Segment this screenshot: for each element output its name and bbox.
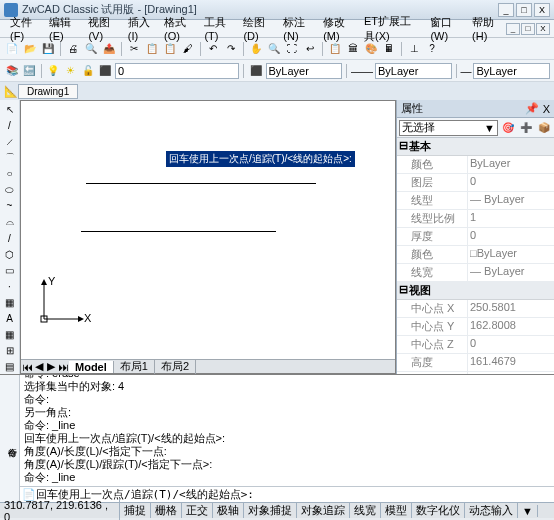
prop-value[interactable]: □ByLayer	[467, 246, 554, 263]
tool-rect[interactable]: ▭	[2, 263, 18, 278]
pickadd-button[interactable]: ➕	[518, 120, 534, 136]
tool-polygon[interactable]: ⬡	[2, 247, 18, 262]
matchprop-button[interactable]: 🖌	[180, 41, 196, 57]
props-button[interactable]: 📋	[327, 41, 343, 57]
menu-window[interactable]: 窗口(W)	[424, 13, 466, 44]
dim-button[interactable]: ⊥	[406, 41, 422, 57]
help-button[interactable]: ?	[424, 41, 440, 57]
status-ortho[interactable]: 正交	[182, 503, 213, 518]
prop-row[interactable]: 颜色ByLayer	[397, 156, 554, 174]
tool-text[interactable]: A	[2, 311, 18, 326]
layer-freeze-icon[interactable]: ☀	[63, 63, 78, 79]
menu-edit[interactable]: 编辑(E)	[43, 13, 82, 44]
layer-lock-icon[interactable]: 🔓	[80, 63, 95, 79]
pan-button[interactable]: ✋	[248, 41, 264, 57]
status-tablet[interactable]: 数字化仪	[412, 503, 465, 518]
status-model[interactable]: 模型	[381, 503, 412, 518]
tab-layout1[interactable]: 布局1	[114, 359, 155, 374]
expand-icon[interactable]: ⊟	[399, 139, 409, 154]
mdi-min-button[interactable]: _	[506, 23, 520, 35]
tool-earc[interactable]: ⌓	[2, 214, 18, 229]
prop-row[interactable]: 线宽— ByLayer	[397, 264, 554, 282]
calc-button[interactable]: 🖩	[381, 41, 397, 57]
selection-combobox[interactable]: 无选择▼	[399, 120, 498, 136]
document-tab[interactable]: Drawing1	[18, 84, 78, 99]
tab-nav-next[interactable]: ▶	[45, 360, 57, 373]
layer-on-icon[interactable]: 💡	[46, 63, 61, 79]
mdi-close-button[interactable]: X	[536, 23, 550, 35]
zoom-button[interactable]: 🔍	[266, 41, 282, 57]
tab-nav-prev[interactable]: ◀	[33, 360, 45, 373]
status-dyn[interactable]: 动态输入	[465, 503, 518, 518]
linetype-combobox[interactable]: ByLayer	[375, 63, 452, 79]
tool-point[interactable]: ·	[2, 279, 18, 294]
prop-row[interactable]: 中心点 Z0	[397, 336, 554, 354]
prop-value[interactable]: 162.8008	[467, 318, 554, 335]
tool-xline[interactable]: ⟋	[2, 134, 18, 149]
tool-pline[interactable]: /	[2, 231, 18, 246]
prop-row[interactable]: 线型— ByLayer	[397, 192, 554, 210]
prop-value[interactable]: — ByLayer	[467, 192, 554, 209]
drawing-canvas[interactable]: 回车使用上一次点/追踪(T)/<线的起始点>: Y X ⏮ ◀ ▶ ⏭ Mode…	[20, 100, 396, 374]
tool-pointer[interactable]: ↖	[2, 102, 18, 117]
prop-value[interactable]: 0	[467, 228, 554, 245]
tool-region[interactable]: ▤	[2, 359, 18, 374]
menu-view[interactable]: 视图(V)	[82, 13, 121, 44]
layer-combobox[interactable]: 0	[115, 63, 239, 79]
cut-button[interactable]: ✂	[126, 41, 142, 57]
status-polar[interactable]: 极轴	[213, 503, 244, 518]
zoom-window-button[interactable]: ⛶	[284, 41, 300, 57]
prop-value[interactable]: 0	[467, 336, 554, 353]
prop-value[interactable]: 255.3902	[467, 372, 554, 374]
line-entity[interactable]	[86, 183, 316, 184]
tab-nav-last[interactable]: ⏭	[57, 361, 69, 373]
prop-value[interactable]: ByLayer	[467, 156, 554, 173]
paste-button[interactable]: 📋	[162, 41, 178, 57]
tool-circle[interactable]: ○	[2, 166, 18, 181]
tool-line[interactable]: /	[2, 118, 18, 133]
menu-draw[interactable]: 绘图(D)	[237, 13, 277, 44]
new-button[interactable]: 📄	[4, 41, 20, 57]
menu-tools[interactable]: 工具(T)	[198, 13, 237, 44]
properties-grid[interactable]: ⊟基本颜色ByLayer图层0线型— ByLayer线型比例1厚度0颜色□ByL…	[397, 138, 554, 374]
selectobj-button[interactable]: 📦	[536, 120, 552, 136]
color-combobox[interactable]: ByLayer	[266, 63, 343, 79]
menu-dimension[interactable]: 标注(N)	[277, 13, 317, 44]
open-button[interactable]: 📂	[22, 41, 38, 57]
close-button[interactable]: X	[534, 3, 550, 17]
zoom-prev-button[interactable]: ↩	[302, 41, 318, 57]
tab-layout2[interactable]: 布局2	[155, 359, 196, 374]
prop-value[interactable]: 0	[467, 174, 554, 191]
prop-value[interactable]: 1	[467, 210, 554, 227]
panel-close-icon[interactable]: X	[543, 103, 550, 115]
prop-row[interactable]: 宽度255.3902	[397, 372, 554, 374]
status-dropdown[interactable]: ▼	[518, 505, 538, 517]
menu-insert[interactable]: 插入(I)	[122, 13, 158, 44]
designcenter-button[interactable]: 🏛	[345, 41, 361, 57]
tool-block[interactable]: ⊞	[2, 343, 18, 358]
prop-row[interactable]: 中心点 X250.5801	[397, 300, 554, 318]
tab-nav-first[interactable]: ⏮	[21, 361, 33, 373]
prop-value[interactable]: — ByLayer	[467, 264, 554, 281]
publish-button[interactable]: 📤	[101, 41, 117, 57]
menu-format[interactable]: 格式(O)	[158, 13, 198, 44]
menu-help[interactable]: 帮助(H)	[466, 13, 506, 44]
prop-row[interactable]: 图层0	[397, 174, 554, 192]
prop-row[interactable]: 高度161.4679	[397, 354, 554, 372]
prop-row[interactable]: 中心点 Y162.8008	[397, 318, 554, 336]
expand-icon[interactable]: ⊟	[399, 283, 409, 298]
preview-button[interactable]: 🔍	[83, 41, 99, 57]
mdi-restore-button[interactable]: □	[521, 23, 535, 35]
menu-file[interactable]: 文件(F)	[4, 13, 43, 44]
tool-hatch[interactable]: ▦	[2, 295, 18, 310]
save-button[interactable]: 💾	[40, 41, 56, 57]
coordinate-display[interactable]: 310.7817, 219.6136 , 0	[0, 499, 120, 521]
tool-spline[interactable]: ~	[2, 198, 18, 213]
toolpal-button[interactable]: 🎨	[363, 41, 379, 57]
menu-modify[interactable]: 修改(M)	[317, 13, 358, 44]
layer-prev-button[interactable]: 🔙	[21, 63, 36, 79]
command-history[interactable]: 另一角点:命令: _erase命令: erase选择集当中的对象: 4命令:另一…	[20, 375, 554, 486]
prop-row[interactable]: 颜色□ByLayer	[397, 246, 554, 264]
prop-value[interactable]: 250.5801	[467, 300, 554, 317]
status-osnap[interactable]: 对象捕捉	[244, 503, 297, 518]
